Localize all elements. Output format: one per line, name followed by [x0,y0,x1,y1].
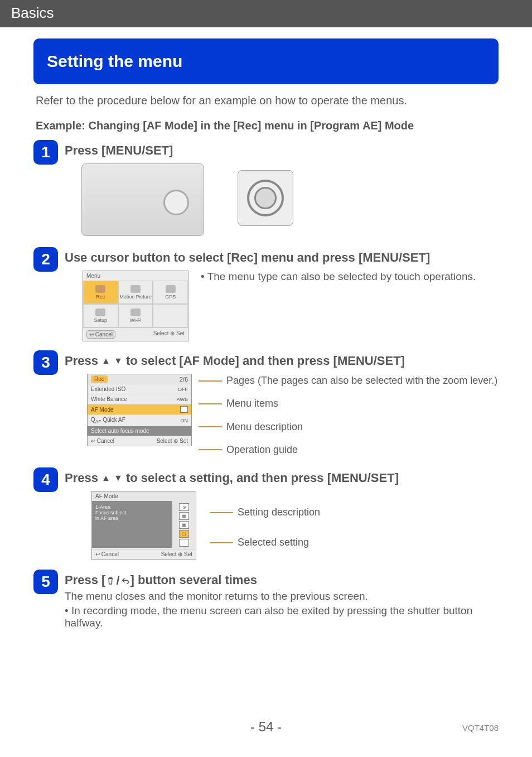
menu-item-motion: Motion Picture [118,281,153,304]
menu-description: Select auto focus mode [88,426,191,436]
menu-row: QAF Quick AFON [88,414,191,426]
step-3-title: Press ▲ ▼ to select [AF Mode] and then p… [65,354,499,368]
step-3: 3 Press ▲ ▼ to select [AF Mode] and then… [33,350,499,460]
cancel-label: ↩ Cancel [86,330,115,339]
step-number: 4 [33,467,58,492]
af-option: · [179,539,189,547]
trash-back-icon: / [105,573,130,588]
step-5-title: Press [ / ] button several times [65,573,499,588]
menu-row: Extended ISOOFF [88,384,191,394]
down-triangle-icon: ▼ [114,356,123,365]
menu-screenshot: Menu Rec Motion Picture GPS Setup Wi-Fi … [83,271,188,341]
menu-title: Menu [83,271,188,281]
rec-tab: Rec [91,375,108,383]
section-name: Basics [11,4,54,21]
cancel-label: ↩ Cancel [91,438,114,444]
callout-pages: Pages (The pages can also be selected wi… [199,375,497,387]
step-5-line2: • In recording mode, the menu screen can… [65,605,499,629]
camera-illustration [81,163,204,236]
step-number: 5 [33,570,58,594]
setting-options: ⊙ ▦ ▦ ▢ · [172,501,196,549]
section-header: Basics [0,0,532,27]
step-4: 4 Press ▲ ▼ to select a setting, and the… [33,467,499,562]
select-set-label: Select ⊕ Set [153,330,185,339]
step-5: 5 Press [ / ] button several times The m… [33,570,499,629]
document-code: VQT4T08 [462,723,499,732]
step-2: 2 Use cursor button to select [Rec] menu… [33,247,499,343]
page-number: - 54 - [0,719,532,735]
page-title: Setting the menu [33,38,499,84]
step-4-title: Press ▲ ▼ to select a setting, and then … [65,471,499,485]
down-triangle-icon: ▼ [114,473,123,483]
up-triangle-icon: ▲ [101,356,110,365]
af-mode-screenshot: AF Mode 1-Area Focus subject in AF area … [91,491,196,560]
af-option: ⊙ [179,503,189,511]
callout-setting-desc: Setting description [210,507,320,518]
intro-text: Refer to the procedure below for an exam… [36,94,499,107]
step-1: 1 Press [MENU/SET] [33,140,499,239]
up-triangle-icon: ▲ [101,473,110,483]
rec-menu-screenshot: Rec 2/6 Extended ISOOFF White BalanceAWB… [87,374,192,446]
menu-row-selected: AF Mode [88,404,191,414]
example-heading: Example: Changing [AF Mode] in the [Rec]… [36,119,499,132]
af-option-selected: ▢ [179,530,189,538]
callout-desc: Menu description [199,421,497,433]
step-number: 2 [33,247,58,272]
select-set-label: Select ⊕ Set [157,438,188,444]
step-number: 1 [33,140,58,165]
cancel-label: ↩ Cancel [95,551,119,557]
af-option: ▦ [179,512,189,520]
setting-description-panel: 1-Area Focus subject in AF area [92,501,172,548]
menu-item-wifi: Wi-Fi [118,304,153,327]
menu-item-setup: Setup [83,304,118,327]
step-5-line1: The menu closes and the monitor returns … [65,590,499,602]
step-2-title: Use cursor button to select [Rec] menu a… [65,250,499,265]
callout-items: Menu items [199,398,497,409]
af-option: ▦ [179,521,189,529]
step-1-title: Press [MENU/SET] [65,143,499,158]
select-set-label: Select ⊕ Set [161,551,192,557]
page-indicator: 2/6 [180,376,188,383]
menu-row: White BalanceAWB [88,394,191,404]
af-title: AF Mode [92,491,196,501]
menu-item-rec: Rec [83,281,118,304]
step-number: 3 [33,350,58,375]
menu-item-gps: GPS [153,281,188,304]
button-closeup-illustration [238,170,293,226]
menu-item-empty [153,304,188,327]
callout-guide: Operation guide [199,444,497,456]
callout-selected: Selected setting [210,537,320,548]
step-2-note: The menu type can also be selected by to… [201,271,476,283]
